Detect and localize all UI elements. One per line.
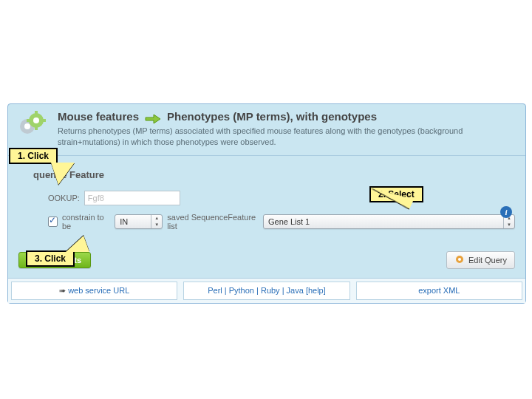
lookup-label: OOKUP: (48, 194, 80, 202)
callout-2: 2. Select (369, 186, 423, 202)
constrain-label: constrain to be (62, 213, 110, 231)
panel-description: Returns phenotypes (MP terms) associated… (58, 126, 516, 148)
stepper-icon: ▲▼ (151, 215, 162, 228)
panel-body: quence Feature OOKUP: constrain to be IN… (8, 156, 525, 278)
info-icon[interactable]: i (500, 206, 512, 218)
template-panel: Mouse features Phenotypes (MP terms), wi… (7, 103, 526, 304)
edit-query-label: Edit Query (468, 256, 507, 265)
svg-rect-6 (27, 119, 31, 122)
svg-point-1 (24, 123, 30, 129)
svg-point-9 (458, 258, 461, 261)
constrain-row: constrain to be IN ▲▼ saved SequenceFeat… (48, 213, 515, 231)
svg-rect-5 (35, 126, 38, 130)
saved-list-label: saved SequenceFeature list (167, 213, 259, 231)
title-right: Phenotypes (MP terms), with genotypes (167, 110, 377, 123)
title-left: Mouse features (58, 110, 139, 123)
panel-header: Mouse features Phenotypes (MP terms), wi… (8, 104, 525, 156)
web-service-link[interactable]: ➠ web service URL (11, 282, 177, 300)
svg-rect-7 (41, 119, 46, 122)
lang-links[interactable]: Perl | Python | Ruby | Java [help] (183, 282, 349, 300)
callout-1: 1. Click (9, 148, 58, 164)
saved-list-select[interactable]: Gene List 1 ▲▼ (263, 214, 515, 229)
edit-query-button[interactable]: Edit Query (446, 251, 515, 269)
constrain-checkbox[interactable] (48, 216, 58, 227)
lookup-input[interactable] (84, 191, 180, 205)
section-title: quence Feature (33, 169, 515, 180)
panel-title: Mouse features Phenotypes (MP terms), wi… (58, 110, 516, 123)
actions-row: Show Results Edit Query (18, 251, 515, 269)
svg-point-3 (33, 117, 39, 123)
svg-rect-4 (35, 111, 38, 115)
lookup-row: OOKUP: (48, 191, 515, 205)
arrow-right-icon (145, 112, 161, 122)
gear-icon (17, 110, 47, 140)
gear-icon (454, 254, 465, 266)
panel-footer: ➠ web service URL Perl | Python | Ruby |… (8, 278, 525, 303)
in-not-in-select[interactable]: IN ▲▼ (115, 214, 163, 229)
callout-3: 3. Click (26, 250, 75, 267)
export-xml-link[interactable]: export XML (356, 282, 522, 300)
